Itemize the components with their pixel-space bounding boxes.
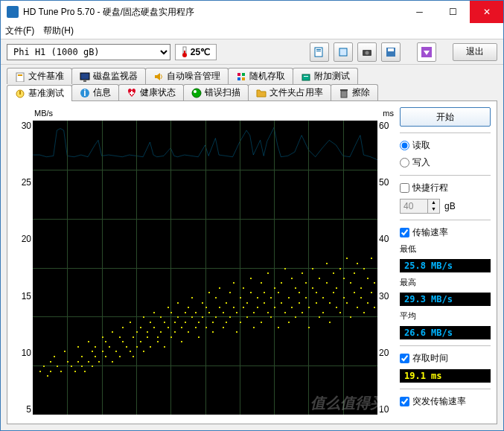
svg-rect-10 (388, 48, 394, 51)
camera-icon (362, 47, 372, 57)
copy-info-icon (314, 47, 325, 57)
svg-rect-12 (16, 73, 24, 82)
y-axis-left-unit: MB/s (34, 109, 53, 118)
tab-extra[interactable]: 附加测试 (293, 68, 358, 84)
info-icon: i (80, 88, 90, 98)
chart-canvas (33, 121, 377, 415)
side-panel: 开始 读取 写入 快捷行程 ▲▼ gB 传输速率 最低 25.8 MB/s 最高… (400, 107, 491, 418)
save-button[interactable] (381, 42, 401, 62)
y-axis-right-unit: ms (383, 109, 394, 118)
monitor-icon (80, 71, 90, 82)
error-icon (191, 88, 202, 98)
svg-point-29 (194, 90, 197, 93)
access-time-check[interactable]: 存取时间 (400, 352, 491, 365)
menu-bar: 文件(F) 帮助(H) (1, 23, 503, 39)
access-value: 19.1 ms (400, 369, 491, 383)
menu-file[interactable]: 文件(F) (5, 25, 34, 37)
tab-file-bench[interactable]: 文件基准 (7, 68, 72, 84)
drive-select[interactable]: Phi H1 (1000 gB) (7, 44, 170, 60)
tab-content: MB/s ms 30252015105 605040302010 值么值得买 开… (7, 100, 497, 424)
maximize-button[interactable]: ☐ (436, 1, 470, 23)
health-icon (127, 88, 137, 98)
stroke-spinner[interactable]: ▲▼ (400, 199, 440, 214)
short-stroke-check[interactable]: 快捷行程 (400, 182, 491, 194)
svg-rect-23 (19, 91, 21, 95)
svg-rect-21 (304, 76, 308, 77)
copy-screenshot-button[interactable] (334, 42, 353, 62)
screenshot-button[interactable] (357, 42, 377, 62)
svg-rect-18 (237, 77, 240, 80)
start-button[interactable]: 开始 (400, 107, 491, 127)
svg-rect-17 (242, 73, 245, 76)
burst-rate-check[interactable]: 突发传输速率 (400, 395, 491, 408)
svg-rect-27 (130, 92, 134, 94)
extra-icon (301, 71, 311, 82)
svg-rect-16 (237, 73, 240, 76)
max-value: 29.3 MB/s (400, 293, 491, 306)
svg-rect-5 (316, 51, 321, 51)
svg-rect-31 (340, 89, 348, 91)
window-title: HD Tune Pro 5.70 - 硬盘/固态硬盘实用程序 (23, 6, 403, 19)
tab-erase[interactable]: 擦除 (331, 84, 378, 100)
svg-rect-15 (83, 80, 86, 82)
svg-rect-19 (242, 77, 245, 80)
erase-icon (339, 88, 349, 98)
spin-up-icon[interactable]: ▲ (427, 199, 439, 206)
speaker-icon (153, 71, 164, 82)
down-arrow-icon (421, 46, 433, 58)
stroke-value-input (401, 199, 427, 213)
tab-health[interactable]: 健康状态 (118, 84, 184, 100)
min-value: 25.8 MB/s (400, 259, 491, 272)
y-ticks-left: 30252015105 (13, 121, 31, 415)
transfer-rate-check[interactable]: 传输速率 (400, 226, 491, 239)
svg-point-8 (366, 51, 369, 54)
svg-rect-13 (18, 74, 22, 76)
toolbar: Phi H1 (1000 gB) 25℃ 退出 (1, 39, 503, 65)
read-radio[interactable]: 读取 (400, 139, 491, 152)
svg-rect-20 (302, 74, 310, 80)
tab-info[interactable]: i信息 (71, 84, 119, 100)
svg-text:i: i (83, 88, 86, 98)
floppy-icon (386, 47, 396, 57)
exit-button[interactable]: 退出 (453, 43, 497, 61)
svg-rect-14 (80, 73, 89, 80)
tab-folder[interactable]: 文件夹占用率 (248, 84, 331, 100)
copy-info-button[interactable] (310, 42, 329, 62)
svg-rect-30 (341, 91, 347, 98)
tab-row-1: 文件基准磁盘监视器自动噪音管理随机存取附加测试 (7, 68, 497, 84)
temperature-display: 25℃ (175, 44, 217, 60)
avg-label: 平均 (400, 310, 491, 322)
write-radio[interactable]: 写入 (400, 156, 491, 169)
tab-monitor[interactable]: 磁盘监视器 (71, 68, 146, 84)
svg-rect-3 (315, 48, 322, 57)
file-bench-icon (15, 71, 25, 82)
min-label: 最低 (400, 243, 491, 255)
max-label: 最高 (400, 277, 491, 288)
tab-row-2: 基准测试i信息健康状态错误扫描文件夹占用率擦除 (7, 84, 497, 100)
menu-help[interactable]: 帮助(H) (43, 25, 74, 37)
thermometer-icon (182, 46, 188, 58)
benchmark-chart: MB/s ms 30252015105 605040302010 值么值得买 (13, 107, 394, 418)
tab-bench[interactable]: 基准测试 (7, 85, 72, 101)
copy-screenshot-icon (338, 47, 348, 57)
y-ticks-right: 605040302010 (379, 121, 394, 415)
tab-speaker[interactable]: 自动噪音管理 (145, 68, 229, 84)
close-button[interactable]: ✕ (470, 1, 503, 23)
title-bar: HD Tune Pro 5.70 - 硬盘/固态硬盘实用程序 ─ ☐ ✕ (1, 1, 503, 23)
avg-value: 26.6 MB/s (400, 326, 491, 339)
minimize-button[interactable]: ─ (403, 1, 436, 23)
bench-icon (15, 89, 25, 99)
tab-random[interactable]: 随机存取 (228, 68, 293, 84)
spin-down-icon[interactable]: ▼ (427, 206, 439, 213)
svg-rect-6 (339, 48, 347, 56)
svg-rect-4 (316, 49, 321, 50)
random-icon (236, 71, 246, 82)
stroke-unit: gB (444, 201, 456, 211)
svg-rect-2 (184, 51, 185, 55)
app-icon (7, 6, 19, 18)
temp-value: 25℃ (191, 47, 210, 57)
folder-icon (256, 88, 267, 98)
tab-error[interactable]: 错误扫描 (183, 84, 249, 100)
options-button[interactable] (417, 42, 436, 62)
svg-point-28 (192, 89, 201, 98)
